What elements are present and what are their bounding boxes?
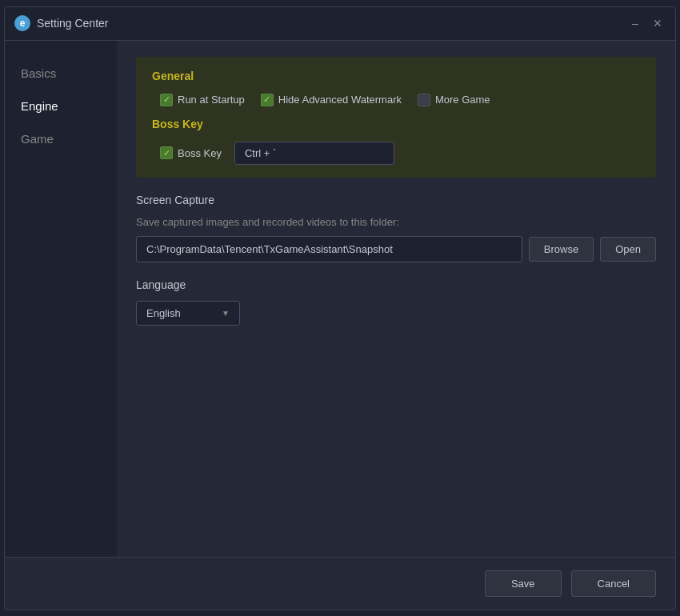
close-button[interactable]: ✕	[650, 15, 666, 31]
sidebar-label-game: Game	[21, 132, 54, 146]
footer: Save Cancel	[5, 557, 675, 610]
more-game-checkbox[interactable]: More Game	[418, 94, 490, 106]
boss-key-label: Boss Key	[178, 147, 222, 159]
boss-key-checkbox[interactable]: ✓ Boss Key	[160, 146, 222, 159]
more-game-box	[418, 94, 430, 106]
hide-watermark-box: ✓	[261, 94, 274, 106]
main-layout: Basics Engine Game General ✓	[5, 41, 675, 557]
save-button[interactable]: Save	[485, 570, 562, 597]
screen-capture-title: Screen Capture	[136, 194, 656, 206]
boss-key-check: ✓	[163, 149, 170, 158]
app-icon: e	[14, 15, 30, 31]
boss-key-section: Boss Key ✓ Boss Key	[152, 118, 640, 165]
sidebar-label-engine: Engine	[21, 99, 58, 113]
hide-watermark-label: Hide Advanced Watermark	[278, 94, 402, 106]
titlebar: e Setting Center – ✕	[5, 7, 675, 41]
boss-key-input[interactable]	[234, 142, 394, 165]
more-game-label: More Game	[435, 94, 490, 106]
sidebar-item-game[interactable]: Game	[5, 122, 117, 155]
general-checkboxes: ✓ Run at Startup ✓ Hide Advanced Waterma…	[152, 94, 640, 106]
app-icon-letter: e	[20, 18, 26, 29]
language-title: Language	[136, 278, 656, 291]
browse-button[interactable]: Browse	[529, 237, 594, 262]
language-dropdown[interactable]: English ▼	[136, 301, 240, 326]
language-section: Language English ▼	[136, 278, 656, 326]
run-at-startup-checkbox[interactable]: ✓ Run at Startup	[160, 94, 245, 106]
run-at-startup-check: ✓	[163, 95, 170, 104]
run-at-startup-label: Run at Startup	[178, 94, 245, 106]
content-area: General ✓ Run at Startup ✓ Hide	[117, 41, 675, 557]
run-at-startup-box: ✓	[160, 94, 173, 106]
capture-path-input[interactable]	[136, 236, 522, 262]
sidebar: Basics Engine Game	[5, 41, 117, 557]
open-button[interactable]: Open	[600, 237, 656, 262]
sidebar-item-basics[interactable]: Basics	[5, 57, 117, 90]
capture-description: Save captured images and recorded videos…	[136, 216, 656, 228]
cancel-button[interactable]: Cancel	[571, 570, 656, 597]
minimize-button[interactable]: –	[627, 15, 643, 31]
boss-key-title: Boss Key	[152, 118, 640, 130]
sidebar-item-engine[interactable]: Engine	[5, 90, 117, 122]
boss-key-box: ✓	[160, 146, 173, 159]
hide-watermark-check: ✓	[263, 95, 270, 104]
language-selected: English	[146, 307, 181, 319]
window-title: Setting Center	[37, 17, 627, 30]
settings-window: e Setting Center – ✕ Basics Engine Game …	[4, 6, 676, 610]
general-title: General	[152, 70, 640, 82]
window-controls: – ✕	[627, 15, 666, 31]
capture-path-row: Browse Open	[136, 236, 656, 262]
boss-key-row: ✓ Boss Key	[152, 142, 640, 165]
general-section: General ✓ Run at Startup ✓ Hide	[136, 57, 656, 178]
screen-capture-section: Screen Capture Save captured images and …	[136, 194, 656, 262]
chevron-down-icon: ▼	[222, 309, 230, 318]
hide-watermark-checkbox[interactable]: ✓ Hide Advanced Watermark	[261, 94, 402, 106]
sidebar-label-basics: Basics	[21, 66, 56, 80]
